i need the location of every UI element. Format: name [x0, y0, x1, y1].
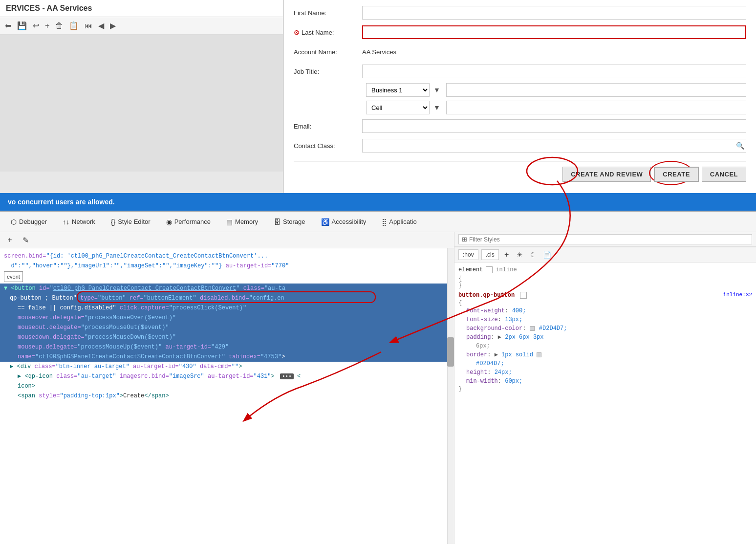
create-and-review-button[interactable]: CREATE AND REVIEW [562, 167, 651, 182]
tab-accessibility[interactable]: ♿ Accessibility [314, 215, 373, 229]
inline-label: inline [496, 266, 517, 273]
first-name-input[interactable] [362, 6, 746, 20]
style-source[interactable]: inline:32 [723, 292, 752, 298]
prop-height: height: 24px; [458, 368, 752, 377]
hov-button[interactable]: :hov [458, 249, 478, 260]
contact-class-search-btn[interactable]: 🔍 [736, 142, 744, 150]
first-name-row: First Name: [294, 5, 746, 21]
bg-color-swatch[interactable] [530, 326, 535, 331]
form-actions: CREATE AND REVIEW CREATE CANCEL [294, 161, 746, 182]
border-color-swatch[interactable] [537, 352, 541, 357]
undo-icon[interactable]: ↩ [33, 21, 39, 30]
first-icon[interactable]: ⏮ [85, 22, 92, 30]
accessibility-icon: ♿ [321, 218, 329, 226]
ellipsis-badge: ••• [280, 373, 294, 379]
padding-expand[interactable]: ▶ [498, 334, 501, 341]
add-node-btn[interactable]: + [4, 234, 16, 246]
code-line-button-5[interactable]: mouseout.delegate="processMouseOut($even… [0, 323, 454, 332]
dark-mode-btn[interactable]: ☾ [528, 249, 539, 260]
contact-class-label: Contact Class: [294, 142, 362, 150]
phone-cell-input[interactable] [446, 101, 746, 114]
email-label: Email: [294, 123, 362, 130]
html-scrollbar[interactable] [447, 248, 454, 544]
code-attr-1b: au-target-id= [226, 262, 272, 269]
phone-subtype-select[interactable]: Cell Phone Mobile [366, 101, 430, 114]
email-input[interactable] [362, 119, 746, 133]
contact-class-row: Contact Class: 🔍 [294, 138, 746, 153]
last-name-label: ⊗ Last Name: [294, 28, 362, 36]
phone-cell-row: Cell Phone Mobile ▼ [294, 101, 746, 114]
tab-style-editor[interactable]: {} Style Editor [104, 215, 157, 229]
light-mode-btn[interactable]: ☀ [515, 249, 525, 260]
tab-network-label: Network [72, 218, 95, 225]
tab-accessibility-label: Accessibility [332, 218, 367, 225]
html-code-area[interactable]: screen.bind="{id: 'ctl00_phG_PanelCreate… [0, 248, 454, 544]
debugger-icon: ⬡ [11, 218, 17, 226]
last-name-text: Last Name: [302, 29, 334, 36]
phone-type-dropdown-icon: ▼ [433, 86, 440, 94]
create-button[interactable]: CREATE [654, 167, 698, 182]
job-title-input[interactable] [362, 65, 746, 78]
tab-network[interactable]: ↑↓ Network [56, 215, 102, 229]
prev-icon[interactable]: ◀ [98, 21, 104, 30]
tab-application[interactable]: ⣿ Applicatio [375, 215, 423, 229]
prop-min-width: min-width: 60px; [458, 377, 752, 386]
prop-padding: padding: ▶ 2px 6px 3px [458, 333, 752, 342]
tab-memory-label: Memory [235, 218, 258, 225]
phone-type-select[interactable]: Business 1 Business 2 Home Mobile [366, 83, 430, 97]
code-line-button-4[interactable]: mouseover.delegate="processMouseOver($ev… [0, 313, 454, 323]
tab-debugger-label: Debugger [19, 218, 47, 225]
code-line-button-8[interactable]: name="ctl00$phG$PanelCreateContact$Creat… [0, 352, 454, 362]
add-style-btn[interactable]: + [502, 250, 512, 260]
tab-debugger[interactable]: ⬡ Debugger [4, 215, 54, 229]
filter-styles-input[interactable] [469, 236, 749, 243]
add-icon[interactable]: + [45, 22, 49, 30]
cls-button[interactable]: .cls [481, 249, 499, 260]
code-line-button-7[interactable]: mouseup.delegate="processMouseUp($event)… [0, 342, 454, 352]
next-icon[interactable]: ▶ [110, 21, 116, 30]
pick-element-btn[interactable]: ✎ [20, 234, 31, 246]
code-line-button-6[interactable]: mousedown.delegate="processMouseDown($ev… [0, 332, 454, 342]
element-indicator[interactable] [486, 266, 493, 273]
create-button-wrap: CREATE [654, 167, 698, 182]
styles-secondary-toolbar: :hov .cls + ☀ ☾ 📄 [454, 247, 756, 262]
job-title-row: Job Title: [294, 64, 746, 79]
performance-icon: ◉ [166, 218, 172, 226]
phone-business-input[interactable] [446, 83, 746, 97]
tab-memory[interactable]: ▤ Memory [219, 215, 265, 229]
styles-content: element inline { } button.qp-button inli… [454, 262, 756, 544]
contact-class-input[interactable] [362, 139, 746, 153]
contact-class-search: 🔍 [362, 139, 746, 153]
delete-icon[interactable]: 🗑 [55, 22, 63, 30]
warning-bar: vo concurrent users are allowed. [0, 193, 756, 211]
copy-icon[interactable]: 📋 [69, 21, 79, 30]
style-editor-icon: {} [111, 218, 115, 226]
code-line-event: event [0, 271, 454, 284]
save-icon[interactable]: 💾 [17, 21, 27, 30]
code-line-button-3[interactable]: == false || config.disabled" click.captu… [0, 303, 454, 313]
devtools-tabs: ⬡ Debugger ↑↓ Network {} Style Editor ◉ … [0, 212, 756, 232]
tab-performance[interactable]: ◉ Performance [159, 215, 217, 229]
html-scrollbar-thumb[interactable] [447, 337, 454, 367]
code-val-1b: d":"","hover":""},"imageUrl":"","imageSe… [4, 262, 222, 269]
cancel-button[interactable]: CANCEL [702, 167, 746, 182]
tab-storage[interactable]: 🗄 Storage [267, 215, 312, 229]
code-line-button-2[interactable]: qp-button ; Button" type="button" ref="b… [0, 293, 454, 303]
selector-indicator[interactable] [520, 292, 527, 299]
tab-application-label: Applicatio [389, 218, 416, 225]
code-val-1: "{id: 'ctl00_phG_PanelCreateContact_Crea… [46, 253, 268, 260]
code-line-icon-close: icon> [0, 381, 454, 391]
panel-title: ERVICES - AA Services [0, 0, 283, 17]
back-icon[interactable]: ⬅ [5, 21, 11, 30]
tab-storage-label: Storage [283, 218, 305, 225]
border-expand[interactable]: ▶ [495, 351, 498, 358]
phone-subtype-dropdown-icon: ▼ [433, 104, 440, 111]
code-line-1: screen.bind="{id: 'ctl00_phG_PanelCreate… [0, 251, 454, 261]
devtools-panel: ⬡ Debugger ↑↓ Network {} Style Editor ◉ … [0, 211, 756, 544]
network-icon: ↑↓ [63, 218, 69, 226]
screenshot-btn[interactable]: 📄 [542, 249, 553, 260]
code-line-button-open[interactable]: ▼ <button id="ctl00_phG_PanelCreateConta… [0, 284, 454, 293]
prop-border-cont: #D2D4D7; [458, 359, 752, 368]
last-name-input[interactable] [362, 25, 746, 39]
filter-styles-wrap[interactable]: ⊞ [458, 234, 752, 244]
